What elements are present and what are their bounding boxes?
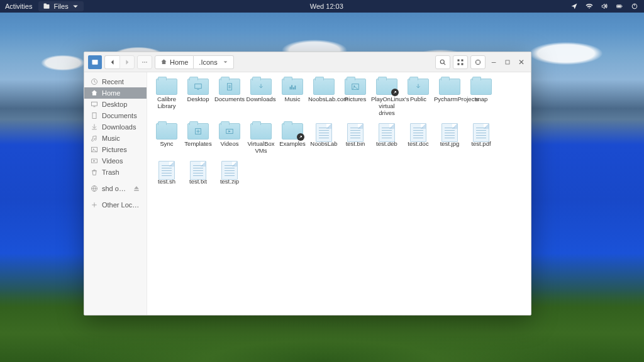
svg-rect-13 [458,59,460,61]
folder-snap[interactable]: snap [465,79,497,117]
sidebar-item-music[interactable]: Music [84,133,147,144]
power-icon[interactable] [630,2,639,11]
file-icon [470,123,492,140]
places-sidebar: Recent Home Desktop Documents Downloads … [84,72,147,315]
sidebar-item-mount[interactable]: shd on whit3… [84,183,147,194]
folder-vbox[interactable]: VirtualBox VMs [245,123,277,155]
sidebar-item-downloads[interactable]: Downloads [84,121,147,133]
close-button[interactable]: ✕ [516,57,527,68]
folder-icon [219,123,240,140]
sidebar-item-recent[interactable]: Recent [84,76,147,87]
folder-pycharm[interactable]: PycharmProjects [434,79,465,117]
forward-button[interactable] [119,55,135,69]
videos-icon [91,157,98,165]
sidebar-item-pictures[interactable]: Pictures [84,144,147,155]
item-label: Public [410,96,426,103]
app-menu[interactable]: Files [38,1,83,11]
file-noobslab2[interactable]: NoobsLab [308,123,340,155]
folder-icon [345,79,366,95]
folder-calibre[interactable]: Calibre Library [151,79,182,117]
pictures-icon [91,146,98,153]
music-icon [91,134,98,142]
item-label: snap [475,96,488,103]
file-icon [219,161,240,177]
crumb-icons[interactable]: .Icons [194,55,233,69]
svg-rect-6 [634,4,635,6]
svg-rect-14 [462,59,464,61]
sidebar-item-videos[interactable]: Videos [84,155,147,167]
file-testpdf[interactable]: test.pdf [465,123,497,155]
folder-videos[interactable]: Videos [214,123,245,155]
folder-desktop[interactable]: Desktop [182,79,214,117]
window-app-icon [88,55,102,69]
sidebar-item-desktop[interactable]: Desktop [84,99,147,110]
svg-rect-15 [458,63,460,65]
folder-templates[interactable]: Templates [182,123,214,155]
file-testbin[interactable]: test.bin [340,123,371,155]
back-button[interactable] [104,55,119,69]
maximize-button[interactable] [502,57,513,68]
folder-icon [282,79,303,95]
folder-documents[interactable]: Documents [214,79,245,117]
folder-examples[interactable]: Examples [277,123,308,155]
path-toggle-button[interactable] [137,55,152,69]
desktop-wallpaper: Activities Files Wed 12:03 [0,0,644,362]
svg-rect-4 [617,6,621,8]
crumb-home[interactable]: Home [155,55,194,69]
item-label: Pictures [345,96,366,103]
folder-noobslab[interactable]: NoobsLab.com [308,79,340,117]
folder-downloads[interactable]: Downloads [245,79,277,117]
folder-music[interactable]: Music [277,79,308,117]
folder-icon [156,79,177,95]
folder-icon [439,79,460,95]
hamburger-menu-button[interactable] [470,55,486,69]
file-testsh[interactable]: test.sh [151,161,182,185]
volume-icon[interactable] [600,2,609,11]
network-drive-icon [91,185,98,192]
view-grid-button[interactable] [453,55,468,69]
downloads-icon [91,123,98,131]
crumb-home-label: Home [170,58,188,66]
svg-rect-0 [44,4,50,9]
eject-icon[interactable] [133,185,140,192]
sidebar-item-home[interactable]: Home [84,87,147,99]
item-label: PlayOnLinux's virtual drives [371,96,402,117]
svg-rect-29 [291,85,292,89]
wifi-icon[interactable] [585,2,594,11]
sidebar-item-trash[interactable]: Trash [84,167,147,178]
search-button[interactable] [435,55,450,69]
item-label: Templates [184,141,211,148]
documents-icon [91,112,98,119]
folder-pol[interactable]: PlayOnLinux's virtual drives [371,79,402,117]
svg-rect-18 [506,60,509,64]
sidebar-item-other[interactable]: Other Locations [84,199,147,211]
clock[interactable]: Wed 12:03 [84,3,570,10]
file-testzip[interactable]: test.zip [214,161,245,185]
svg-rect-26 [195,84,202,89]
file-testjpg[interactable]: test.jpg [434,123,465,155]
icon-grid[interactable]: Calibre LibraryDesktopDocumentsDownloads… [147,72,531,315]
item-label: PycharmProjects [434,96,465,103]
plus-icon [91,201,98,209]
file-testdoc[interactable]: test.doc [402,123,434,155]
file-testtxt[interactable]: test.txt [182,161,214,185]
folder-pictures[interactable]: Pictures [340,79,371,117]
item-label: Desktop [187,96,209,103]
battery-icon[interactable] [615,2,624,11]
item-label: VirtualBox VMs [245,141,277,155]
svg-point-9 [142,61,143,62]
folder-sync[interactable]: Sync [151,123,182,155]
location-icon[interactable] [570,2,579,11]
sidebar-item-documents[interactable]: Documents [84,110,147,121]
folder-public[interactable]: Public [402,79,434,117]
crumb-icons-label: .Icons [199,58,217,66]
symlink-badge-icon [297,133,304,141]
file-icon [313,123,335,140]
folder-icon [187,123,209,140]
activities-button[interactable]: Activities [5,3,32,10]
svg-point-11 [146,61,147,62]
minimize-button[interactable]: – [488,57,499,68]
files-window: Home .Icons – ✕ Recent Home Desktop Docu… [84,52,531,315]
svg-rect-31 [295,85,296,89]
file-testdeb[interactable]: test.deb [371,123,402,155]
